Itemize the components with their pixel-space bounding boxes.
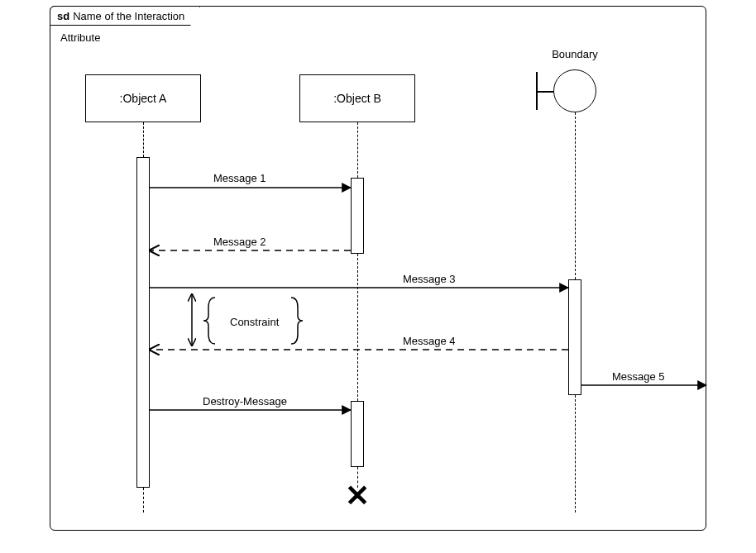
lifeline-object-b-1 <box>357 122 358 178</box>
message-3-label: Message 3 <box>403 273 456 285</box>
lifeline-object-a-tail <box>143 488 144 512</box>
message-2-label: Message 2 <box>213 236 266 248</box>
activation-boundary <box>568 279 581 395</box>
lifeline-label-object-b: :Object B <box>333 92 381 105</box>
lifeline-boundary-1 <box>575 112 576 279</box>
destroy-icon: ✕ <box>345 479 370 513</box>
message-4-label: Message 4 <box>403 335 456 347</box>
activation-object-b-2 <box>351 401 364 467</box>
lifeline-boundary-2 <box>575 395 576 512</box>
activation-object-a <box>136 157 150 488</box>
lifeline-object-a <box>143 122 144 157</box>
constraint-label: Constraint <box>230 316 279 328</box>
lifeline-head-object-b: :Object B <box>299 74 415 122</box>
frame-prefix: sd <box>57 10 69 22</box>
lifeline-label-boundary: Boundary <box>550 48 600 60</box>
lifeline-head-object-a: :Object A <box>85 74 201 122</box>
lifeline-label-object-a: :Object A <box>120 92 167 105</box>
activation-object-b-1 <box>351 178 364 254</box>
frame-name-tab: sd Name of the Interaction <box>50 6 200 26</box>
message-5-label: Message 5 <box>612 370 665 383</box>
frame-attribute: Attribute <box>60 31 100 44</box>
diagram-canvas: sd Name of the Interaction Attribute :Ob… <box>0 0 756 553</box>
lifeline-object-b-2 <box>357 254 358 401</box>
message-1-label: Message 1 <box>213 172 266 184</box>
frame-title: Name of the Interaction <box>73 10 184 22</box>
boundary-icon <box>529 66 604 116</box>
destroy-message-label: Destroy-Message <box>203 395 287 408</box>
